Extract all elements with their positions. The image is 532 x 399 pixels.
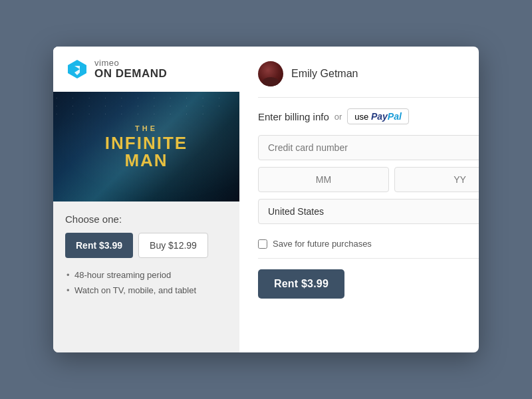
credit-card-input[interactable] xyxy=(258,135,479,160)
left-body: Choose one: Rent $3.99 Buy $12.99 48-hou… xyxy=(53,201,239,352)
checkout-modal: vimeo ON DEMAND THE INFINITE MAN Choose … xyxy=(53,47,479,352)
vimeo-label: vimeo xyxy=(94,59,167,68)
avatar xyxy=(258,61,283,86)
save-label[interactable]: Save for future purchases xyxy=(273,239,372,249)
save-checkbox-row: Save for future purchases xyxy=(258,239,479,259)
paypal-button[interactable]: use PayPal xyxy=(347,108,409,124)
submit-button[interactable]: Rent $3.99 xyxy=(258,269,344,299)
movie-title-infinite: INFINITE xyxy=(105,134,188,152)
card-details-row xyxy=(258,167,479,192)
logo-text: vimeo ON DEMAND xyxy=(94,59,167,80)
country-select[interactable]: United States Canada United Kingdom Aust… xyxy=(258,199,479,224)
mm-input[interactable] xyxy=(258,167,389,192)
paypal-label: use PayPal xyxy=(354,112,402,122)
user-name: Emily Getman xyxy=(291,68,479,80)
movie-thumbnail: THE INFINITE MAN xyxy=(53,92,239,201)
vimeo-logo-icon xyxy=(65,57,89,81)
right-panel: Emily Getman Not you? Enter billing info… xyxy=(239,47,479,352)
billing-or: or xyxy=(334,112,342,122)
buy-button[interactable]: Buy $12.99 xyxy=(138,233,208,258)
user-row: Emily Getman Not you? xyxy=(258,61,479,98)
movie-title: THE INFINITE MAN xyxy=(105,124,188,168)
credit-card-group xyxy=(258,135,479,160)
ondemand-label: ON DEMAND xyxy=(94,68,167,80)
yy-input[interactable] xyxy=(394,167,479,192)
movie-title-man: MAN xyxy=(105,152,188,169)
list-item: 48-hour streaming period xyxy=(65,270,227,280)
rent-button[interactable]: Rent $3.99 xyxy=(65,233,133,258)
choose-label: Choose one: xyxy=(65,213,227,225)
save-checkbox[interactable] xyxy=(258,239,267,249)
brand-header: vimeo ON DEMAND xyxy=(53,47,239,92)
feature-list: 48-hour streaming period Watch on TV, mo… xyxy=(65,270,227,295)
billing-title: Enter billing info xyxy=(258,111,329,122)
list-item: Watch on TV, mobile, and tablet xyxy=(65,285,227,295)
country-group: United States Canada United Kingdom Aust… xyxy=(258,199,479,224)
left-panel: vimeo ON DEMAND THE INFINITE MAN Choose … xyxy=(53,47,239,352)
movie-title-the: THE xyxy=(105,124,188,132)
pricing-buttons: Rent $3.99 Buy $12.99 xyxy=(65,233,227,258)
billing-header: Enter billing info or use PayPal xyxy=(258,108,479,124)
